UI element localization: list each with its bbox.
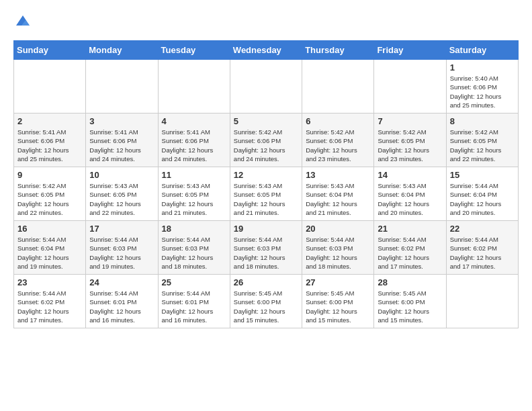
calendar-cell: 24Sunrise: 5:44 AM Sunset: 6:01 PM Dayli…	[86, 275, 158, 328]
day-info: Sunrise: 5:44 AM Sunset: 6:01 PM Dayligh…	[89, 289, 154, 324]
day-number: 21	[378, 224, 442, 234]
day-info: Sunrise: 5:42 AM Sunset: 6:06 PM Dayligh…	[234, 128, 298, 163]
calendar-cell: 18Sunrise: 5:44 AM Sunset: 6:03 PM Dayli…	[158, 221, 230, 275]
day-info: Sunrise: 5:42 AM Sunset: 6:05 PM Dayligh…	[378, 128, 442, 163]
calendar-cell	[302, 60, 374, 113]
weekday-header-tuesday: Tuesday	[158, 41, 230, 60]
calendar-cell: 17Sunrise: 5:44 AM Sunset: 6:03 PM Dayli…	[86, 221, 158, 275]
day-info: Sunrise: 5:44 AM Sunset: 6:03 PM Dayligh…	[162, 235, 226, 271]
day-number: 14	[378, 170, 442, 180]
day-number: 3	[89, 116, 154, 126]
day-number: 8	[450, 116, 515, 126]
calendar-cell: 12Sunrise: 5:43 AM Sunset: 6:05 PM Dayli…	[230, 167, 302, 221]
day-info: Sunrise: 5:43 AM Sunset: 6:05 PM Dayligh…	[89, 181, 154, 217]
day-info: Sunrise: 5:43 AM Sunset: 6:05 PM Dayligh…	[234, 181, 298, 217]
day-number: 15	[450, 170, 515, 180]
day-info: Sunrise: 5:44 AM Sunset: 6:04 PM Dayligh…	[450, 181, 515, 217]
day-info: Sunrise: 5:41 AM Sunset: 6:06 PM Dayligh…	[17, 128, 82, 163]
logo	[13, 13, 31, 30]
day-info: Sunrise: 5:44 AM Sunset: 6:04 PM Dayligh…	[17, 235, 82, 271]
day-number: 26	[234, 277, 298, 287]
day-info: Sunrise: 5:45 AM Sunset: 6:00 PM Dayligh…	[378, 289, 442, 324]
day-number: 10	[89, 170, 154, 180]
day-info: Sunrise: 5:42 AM Sunset: 6:05 PM Dayligh…	[450, 128, 515, 163]
day-info: Sunrise: 5:44 AM Sunset: 6:03 PM Dayligh…	[306, 235, 370, 271]
weekday-header-saturday: Saturday	[446, 41, 518, 60]
day-info: Sunrise: 5:44 AM Sunset: 6:02 PM Dayligh…	[378, 235, 442, 271]
day-number: 4	[162, 116, 226, 126]
calendar-cell	[230, 60, 302, 113]
day-number: 20	[306, 224, 370, 234]
day-number: 19	[234, 224, 298, 234]
day-number: 27	[306, 277, 370, 287]
day-info: Sunrise: 5:44 AM Sunset: 6:02 PM Dayligh…	[450, 235, 515, 271]
calendar-cell: 23Sunrise: 5:44 AM Sunset: 6:02 PM Dayli…	[14, 275, 86, 328]
calendar-cell: 16Sunrise: 5:44 AM Sunset: 6:04 PM Dayli…	[14, 221, 86, 275]
day-info: Sunrise: 5:44 AM Sunset: 6:02 PM Dayligh…	[17, 289, 82, 324]
calendar-cell: 14Sunrise: 5:43 AM Sunset: 6:04 PM Dayli…	[374, 167, 446, 221]
calendar-cell: 15Sunrise: 5:44 AM Sunset: 6:04 PM Dayli…	[446, 167, 518, 221]
calendar-cell: 1Sunrise: 5:40 AM Sunset: 6:06 PM Daylig…	[446, 60, 518, 113]
day-info: Sunrise: 5:43 AM Sunset: 6:05 PM Dayligh…	[162, 181, 226, 217]
day-number: 5	[234, 116, 298, 126]
calendar-cell	[374, 60, 446, 113]
calendar-cell: 21Sunrise: 5:44 AM Sunset: 6:02 PM Dayli…	[374, 221, 446, 275]
day-number: 23	[17, 277, 82, 287]
day-info: Sunrise: 5:40 AM Sunset: 6:06 PM Dayligh…	[450, 74, 515, 109]
day-number: 24	[89, 277, 154, 287]
day-info: Sunrise: 5:42 AM Sunset: 6:06 PM Dayligh…	[306, 128, 370, 163]
day-info: Sunrise: 5:41 AM Sunset: 6:06 PM Dayligh…	[162, 128, 226, 163]
calendar-week-row: 9Sunrise: 5:42 AM Sunset: 6:05 PM Daylig…	[14, 167, 519, 221]
day-info: Sunrise: 5:44 AM Sunset: 6:03 PM Dayligh…	[89, 235, 154, 271]
day-info: Sunrise: 5:44 AM Sunset: 6:01 PM Dayligh…	[162, 289, 226, 324]
day-number: 25	[162, 277, 226, 287]
calendar-cell: 20Sunrise: 5:44 AM Sunset: 6:03 PM Dayli…	[302, 221, 374, 275]
day-number: 9	[17, 170, 82, 180]
day-info: Sunrise: 5:43 AM Sunset: 6:04 PM Dayligh…	[306, 181, 370, 217]
day-number: 6	[306, 116, 370, 126]
calendar-cell: 13Sunrise: 5:43 AM Sunset: 6:04 PM Dayli…	[302, 167, 374, 221]
calendar-cell: 22Sunrise: 5:44 AM Sunset: 6:02 PM Dayli…	[446, 221, 518, 275]
calendar-week-row: 2Sunrise: 5:41 AM Sunset: 6:06 PM Daylig…	[14, 113, 519, 167]
calendar-cell: 10Sunrise: 5:43 AM Sunset: 6:05 PM Dayli…	[86, 167, 158, 221]
weekday-header-friday: Friday	[374, 41, 446, 60]
calendar-cell	[158, 60, 230, 113]
calendar-cell	[446, 275, 518, 328]
day-number: 28	[378, 277, 442, 287]
day-number: 12	[234, 170, 298, 180]
day-info: Sunrise: 5:45 AM Sunset: 6:00 PM Dayligh…	[306, 289, 370, 324]
calendar-week-row: 16Sunrise: 5:44 AM Sunset: 6:04 PM Dayli…	[14, 221, 519, 275]
day-info: Sunrise: 5:44 AM Sunset: 6:03 PM Dayligh…	[234, 235, 298, 271]
calendar-cell: 4Sunrise: 5:41 AM Sunset: 6:06 PM Daylig…	[158, 113, 230, 167]
day-number: 18	[162, 224, 226, 234]
calendar-cell: 9Sunrise: 5:42 AM Sunset: 6:05 PM Daylig…	[14, 167, 86, 221]
day-number: 11	[162, 170, 226, 180]
page-header	[13, 13, 519, 30]
calendar-table: SundayMondayTuesdayWednesdayThursdayFrid…	[13, 40, 519, 328]
day-info: Sunrise: 5:45 AM Sunset: 6:00 PM Dayligh…	[234, 289, 298, 324]
calendar-week-row: 1Sunrise: 5:40 AM Sunset: 6:06 PM Daylig…	[14, 60, 519, 113]
day-info: Sunrise: 5:43 AM Sunset: 6:04 PM Dayligh…	[378, 181, 442, 217]
calendar-cell: 11Sunrise: 5:43 AM Sunset: 6:05 PM Dayli…	[158, 167, 230, 221]
day-number: 1	[450, 62, 515, 73]
calendar-cell: 19Sunrise: 5:44 AM Sunset: 6:03 PM Dayli…	[230, 221, 302, 275]
calendar-cell: 28Sunrise: 5:45 AM Sunset: 6:00 PM Dayli…	[374, 275, 446, 328]
day-number: 7	[378, 116, 442, 126]
calendar-cell: 27Sunrise: 5:45 AM Sunset: 6:00 PM Dayli…	[302, 275, 374, 328]
calendar-cell: 2Sunrise: 5:41 AM Sunset: 6:06 PM Daylig…	[14, 113, 86, 167]
day-number: 2	[17, 116, 82, 126]
calendar-cell: 5Sunrise: 5:42 AM Sunset: 6:06 PM Daylig…	[230, 113, 302, 167]
day-info: Sunrise: 5:42 AM Sunset: 6:05 PM Dayligh…	[17, 181, 82, 217]
weekday-header-thursday: Thursday	[302, 41, 374, 60]
calendar-cell: 3Sunrise: 5:41 AM Sunset: 6:06 PM Daylig…	[86, 113, 158, 167]
day-number: 16	[17, 224, 82, 234]
day-number: 13	[306, 170, 370, 180]
day-number: 22	[450, 224, 515, 234]
calendar-cell	[14, 60, 86, 113]
calendar-cell: 8Sunrise: 5:42 AM Sunset: 6:05 PM Daylig…	[446, 113, 518, 167]
day-info: Sunrise: 5:41 AM Sunset: 6:06 PM Dayligh…	[89, 128, 154, 163]
calendar-cell: 7Sunrise: 5:42 AM Sunset: 6:05 PM Daylig…	[374, 113, 446, 167]
calendar-week-row: 23Sunrise: 5:44 AM Sunset: 6:02 PM Dayli…	[14, 275, 519, 328]
calendar-cell: 25Sunrise: 5:44 AM Sunset: 6:01 PM Dayli…	[158, 275, 230, 328]
weekday-header-sunday: Sunday	[14, 41, 86, 60]
